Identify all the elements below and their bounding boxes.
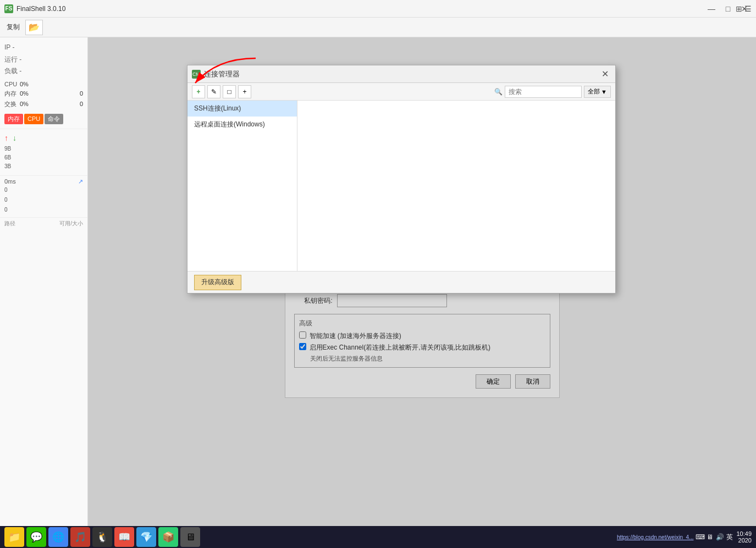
modal-tree: SSH连接(Linux) 远程桌面连接(Windows)	[187, 101, 297, 271]
disk-area: 路径 可用/大小	[0, 217, 87, 231]
taskbar-app-wechat[interactable]: 💬	[26, 527, 46, 547]
upload-arrow-icon: ↑	[4, 134, 8, 142]
left-sidebar: IP - 运行 - 负载 - CPU 0% 内存 0% 0 交换 0% 0 内存…	[0, 37, 88, 526]
right-main: 密码: 私钥: 浏览... 私钥密码: 高级 智能加速	[88, 37, 756, 526]
add-icon: +	[196, 88, 200, 96]
taskbar-tray-icons: ⌨ 🖥 🔊 英	[696, 533, 734, 541]
taskbar-time: 10:49 2020	[736, 530, 752, 544]
copy-label: 复制	[7, 23, 20, 32]
tab-cpu[interactable]: CPU	[24, 114, 43, 124]
cpu-row: CPU 0%	[0, 80, 87, 88]
monitor-tabs: 内存 CPU 命令	[0, 112, 87, 126]
minimize-button[interactable]: —	[704, 3, 719, 14]
taskbar-app-netease[interactable]: 🎵	[70, 527, 90, 547]
network-area: ↑ ↓ 9B 6B 3B	[0, 129, 87, 175]
title-bar: FS FinalShell 3.0.10 ⊞ ☰ — □ ✕	[0, 0, 756, 18]
filter-button[interactable]: 全部 ▼	[584, 86, 611, 98]
net-val-3: 3B	[4, 162, 83, 171]
tab-memory[interactable]: 内存	[4, 114, 23, 124]
tree-item-ssh[interactable]: SSH连接(Linux)	[187, 101, 297, 117]
modal-body: SSH连接(Linux) 远程桌面连接(Windows)	[187, 101, 615, 271]
maximize-button[interactable]: □	[721, 3, 735, 14]
taskbar-app-monitor[interactable]: 🖥	[180, 527, 200, 547]
tree-item-rdp[interactable]: 远程桌面连接(Windows)	[187, 117, 297, 132]
modal-close-button[interactable]: ✕	[599, 68, 611, 80]
tray-keyboard-icon: ⌨	[696, 533, 704, 541]
sidebar-info: IP - 运行 - 负载 -	[0, 40, 87, 80]
monitor-icon: 🖥	[185, 532, 195, 543]
disk-path-label: 路径	[4, 220, 15, 228]
latency-link-icon[interactable]: ↗	[78, 178, 83, 185]
modal-add-button[interactable]: +	[192, 85, 205, 98]
upgrade-button[interactable]: 升级高级版	[194, 275, 241, 290]
netease-icon: 🎵	[74, 531, 86, 543]
edit-icon: ✎	[211, 88, 217, 96]
net-val-2: 6B	[4, 153, 83, 162]
taskbar-url[interactable]: https://blog.csdn.net/weixin_4...	[617, 534, 694, 540]
ip-label: IP	[4, 43, 10, 51]
modal-title: 连接管理器	[204, 69, 595, 79]
close-button[interactable]: ✕	[737, 3, 752, 14]
app-icon: FS	[4, 4, 13, 13]
folder-icon: 📂	[29, 22, 40, 32]
load-label: 负载	[4, 67, 18, 75]
modal-toolbar: + ✎ □ + 🔍 全部 ▼	[187, 83, 615, 101]
swap-label: 交换	[4, 100, 20, 108]
memory-label: 内存	[4, 90, 20, 98]
taskbar-app-penguin[interactable]: 🐧	[92, 527, 112, 547]
taskbar: 📁 💬 🌐 🎵 🐧 📖 💎 📦 🖥 https://blog.csdn.net/…	[0, 526, 756, 548]
search-input[interactable]	[505, 86, 582, 98]
filter-arrow-icon: ▼	[601, 88, 607, 95]
taskbar-app-gem[interactable]: 💎	[136, 527, 156, 547]
memory-value: 0%	[20, 90, 29, 97]
net-count-1: 0	[4, 185, 83, 195]
modal-group-button[interactable]: □	[223, 85, 236, 98]
swap-value2: 0	[80, 101, 83, 107]
net-count-3: 0	[4, 205, 83, 215]
gem-icon: 💎	[140, 531, 152, 543]
swap-value: 0%	[20, 101, 29, 107]
taskbar-app-box[interactable]: 📦	[158, 527, 178, 547]
modal-edit-button[interactable]: ✎	[207, 85, 220, 98]
modal-search: 🔍 全部 ▼	[494, 86, 611, 98]
modal-icon: CM	[192, 70, 201, 79]
modal-title-bar: CM 连接管理器 ✕	[187, 65, 615, 83]
search-icon: 🔍	[494, 88, 503, 96]
tray-sound-icon: 🔊	[715, 533, 724, 541]
chrome-icon: 🌐	[52, 531, 64, 543]
taskbar-right: https://blog.csdn.net/weixin_4... ⌨ 🖥 🔊 …	[617, 530, 752, 544]
time-display: 10:49	[736, 530, 752, 537]
app-title: FinalShell 3.0.10	[16, 5, 65, 13]
folder-button[interactable]: 📂	[25, 20, 43, 35]
main-toolbar: 复制 📂	[0, 18, 756, 37]
modal-footer: 升级高级版	[187, 271, 615, 293]
taskbar-app-chrome[interactable]: 🌐	[48, 527, 68, 547]
plus-icon: +	[242, 88, 246, 96]
book-icon: 📖	[118, 531, 130, 543]
tab-cmd[interactable]: 命令	[45, 114, 63, 124]
group-icon: □	[227, 88, 231, 96]
copy-button[interactable]: 复制	[2, 20, 24, 35]
swap-row: 交换 0% 0	[0, 99, 87, 109]
latency-area: 0ms ↗ 0 0 0	[0, 175, 87, 217]
taskbar-app-filemanager[interactable]: 📁	[4, 527, 24, 547]
disk-avail-label: 可用/大小	[59, 220, 83, 228]
net-values: 9B 6B 3B	[4, 145, 83, 171]
date-display: 2020	[736, 537, 752, 544]
cpu-value: 0%	[20, 81, 29, 87]
run-label: 运行	[4, 56, 18, 63]
run-value: -	[19, 56, 21, 63]
cpu-label: CPU	[4, 81, 20, 87]
file-manager-icon: 📁	[8, 531, 20, 543]
load-value: -	[19, 67, 21, 75]
filter-label: 全部	[588, 87, 600, 96]
ip-value: -	[12, 43, 14, 51]
modal-plus-button[interactable]: +	[238, 85, 251, 98]
net-count-2: 0	[4, 195, 83, 205]
net-val-1: 9B	[4, 145, 83, 153]
wechat-icon: 💬	[30, 531, 42, 543]
box-icon: 📦	[162, 531, 174, 543]
taskbar-app-book[interactable]: 📖	[114, 527, 134, 547]
penguin-icon: 🐧	[96, 531, 108, 543]
network-arrows: ↑ ↓	[4, 134, 83, 142]
